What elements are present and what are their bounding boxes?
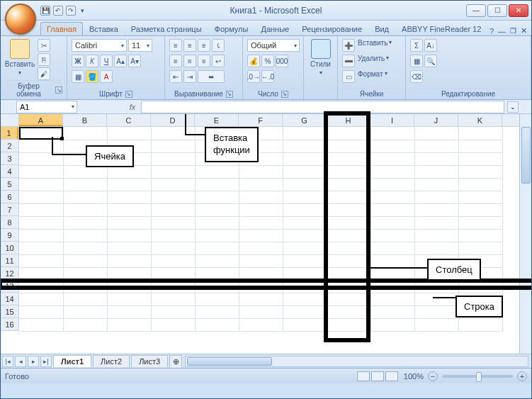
align-right-icon[interactable]: ≡ xyxy=(198,55,210,67)
wrap-text-icon[interactable]: ↩ xyxy=(212,55,225,67)
help-icon[interactable]: ? xyxy=(489,27,494,35)
underline-button[interactable]: Ч xyxy=(100,55,113,67)
clear-icon[interactable]: ⌫ xyxy=(410,70,423,83)
cell[interactable] xyxy=(19,254,63,267)
qat-customize-icon[interactable]: ▾ xyxy=(79,6,86,16)
cell[interactable] xyxy=(239,178,283,191)
sort-filter-icon[interactable]: A↓ xyxy=(424,39,437,52)
zoom-slider[interactable] xyxy=(442,375,513,378)
row-header-7[interactable]: 7 xyxy=(1,203,18,216)
cell[interactable] xyxy=(370,191,414,203)
cell[interactable] xyxy=(327,305,370,318)
styles-button[interactable]: Стили ▾ xyxy=(308,39,333,76)
paste-button[interactable]: Вставить ▾ xyxy=(5,39,35,76)
cell[interactable] xyxy=(283,254,327,267)
cell[interactable] xyxy=(283,216,327,229)
cell[interactable] xyxy=(151,165,195,178)
cell[interactable] xyxy=(107,203,151,216)
font-color-icon[interactable]: A xyxy=(100,70,113,83)
cell[interactable] xyxy=(370,305,414,318)
cell[interactable] xyxy=(414,140,458,152)
minimize-ribbon-icon[interactable]: — xyxy=(498,27,506,35)
merge-center-icon[interactable]: ⬌ xyxy=(198,70,225,83)
cell[interactable] xyxy=(414,178,458,191)
cell[interactable] xyxy=(151,178,195,191)
cell[interactable] xyxy=(19,280,63,293)
cell[interactable] xyxy=(195,254,239,267)
cell[interactable] xyxy=(151,267,195,280)
cell[interactable] xyxy=(19,267,63,280)
find-select-icon[interactable]: 🔍 xyxy=(424,55,437,67)
cell[interactable] xyxy=(151,280,195,293)
cell[interactable] xyxy=(414,318,458,331)
insert-function-button[interactable]: fx xyxy=(127,103,138,111)
cell[interactable] xyxy=(63,267,107,280)
cell[interactable] xyxy=(458,127,502,140)
cell[interactable] xyxy=(283,242,327,254)
hscroll-thumb[interactable] xyxy=(187,357,272,366)
column-headers[interactable]: ABCDEFGHIJK xyxy=(19,114,531,127)
align-middle-icon[interactable]: ≡ xyxy=(183,39,196,52)
decrease-indent-icon[interactable]: ⇤ xyxy=(169,70,182,83)
row-header-12[interactable]: 12 xyxy=(1,267,18,280)
vscroll-thumb[interactable] xyxy=(521,127,531,184)
cell[interactable] xyxy=(370,140,414,152)
cell[interactable] xyxy=(107,305,151,318)
cell[interactable] xyxy=(458,318,502,331)
name-box[interactable]: A1 xyxy=(16,101,77,113)
cell[interactable] xyxy=(195,203,239,216)
cell[interactable] xyxy=(370,152,414,165)
cell[interactable] xyxy=(195,229,239,242)
cell[interactable] xyxy=(239,216,283,229)
cell[interactable] xyxy=(63,229,107,242)
cell[interactable] xyxy=(63,216,107,229)
number-format-combo[interactable]: Общий xyxy=(247,39,300,52)
align-launcher[interactable]: ↘ xyxy=(226,91,233,98)
cell[interactable] xyxy=(283,203,327,216)
cell[interactable] xyxy=(239,242,283,254)
view-page-layout-icon[interactable] xyxy=(371,371,384,381)
view-normal-icon[interactable] xyxy=(357,371,370,381)
cell[interactable] xyxy=(239,305,283,318)
row-header-16[interactable]: 16 xyxy=(1,318,18,331)
cell[interactable] xyxy=(370,280,414,293)
column-header-D[interactable]: D xyxy=(151,114,195,126)
cell[interactable] xyxy=(283,229,327,242)
sheet-tab-3[interactable]: Лист3 xyxy=(131,355,168,367)
currency-icon[interactable]: 💰 xyxy=(247,55,260,67)
sheet-nav-first-icon[interactable]: |◂ xyxy=(2,356,13,367)
cell[interactable] xyxy=(458,140,502,152)
cell[interactable] xyxy=(370,203,414,216)
cell[interactable] xyxy=(414,165,458,178)
cell[interactable] xyxy=(414,242,458,254)
cell[interactable] xyxy=(283,191,327,203)
cell[interactable] xyxy=(327,293,370,305)
tab-page-layout[interactable]: Разметка страницы xyxy=(125,22,208,35)
cell[interactable] xyxy=(283,293,327,305)
cell[interactable] xyxy=(414,191,458,203)
column-header-F[interactable]: F xyxy=(239,114,283,126)
worksheet-grid[interactable]: 12345678910111213141516 ABCDEFGHIJK Ячей… xyxy=(1,114,531,354)
align-top-icon[interactable]: ≡ xyxy=(169,39,182,52)
cell[interactable] xyxy=(195,293,239,305)
cell[interactable] xyxy=(327,229,370,242)
align-bottom-icon[interactable]: ≡ xyxy=(198,39,210,52)
cell[interactable] xyxy=(327,216,370,229)
cell[interactable] xyxy=(19,305,63,318)
column-header-J[interactable]: J xyxy=(414,114,458,126)
cell[interactable] xyxy=(239,191,283,203)
zoom-level[interactable]: 100% xyxy=(404,372,424,381)
cell[interactable] xyxy=(151,140,195,152)
row-header-6[interactable]: 6 xyxy=(1,191,18,203)
cell[interactable] xyxy=(327,140,370,152)
column-header-C[interactable]: C xyxy=(107,114,151,126)
vertical-scrollbar[interactable] xyxy=(519,114,531,354)
maximize-button[interactable]: ☐ xyxy=(487,4,507,17)
row-header-10[interactable]: 10 xyxy=(1,242,18,254)
tab-home[interactable]: Главная xyxy=(40,22,83,35)
office-button[interactable] xyxy=(5,4,36,35)
cell[interactable] xyxy=(63,293,107,305)
formula-input[interactable] xyxy=(141,101,504,113)
cell[interactable] xyxy=(327,280,370,293)
cell[interactable] xyxy=(19,140,63,152)
